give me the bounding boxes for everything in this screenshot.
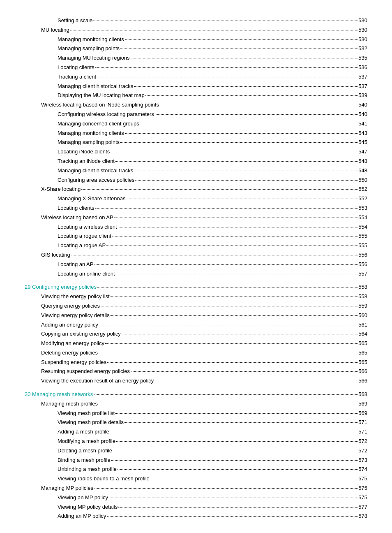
toc-label: Viewing mesh profile list [58, 409, 115, 418]
toc-entry: GIS locating556 [25, 251, 367, 260]
toc-label: Locating iNode clients [58, 148, 110, 156]
toc-page: 566 [358, 367, 367, 376]
toc-entry: Copying an existing energy policy564 [25, 330, 367, 338]
toc-entry: Configuring area access policies550 [25, 176, 367, 185]
toc-entry: Locating an AP556 [25, 260, 367, 269]
toc-page: 535 [358, 54, 367, 63]
toc-entry: Viewing radios bound to a mesh profile57… [25, 475, 367, 483]
toc-label: Tracking a client [58, 73, 96, 81]
toc-label: Locating clients [58, 204, 95, 213]
toc-page: 575 [358, 475, 367, 483]
toc-dots [131, 53, 358, 58]
toc-page: 571 [358, 428, 367, 436]
toc-entry: MU locating530 [25, 26, 367, 35]
toc-page: 565 [358, 339, 367, 348]
toc-dots [125, 417, 357, 423]
toc-entry: Configuring wireless locating parameters… [25, 110, 367, 119]
toc-label: Locating a rogue AP [58, 241, 106, 250]
toc-dots [116, 269, 358, 274]
toc-dots [94, 260, 357, 265]
toc-entry: Adding a mesh profile571 [25, 428, 367, 436]
toc-entry: Locating an online client557 [25, 270, 367, 278]
toc-dots [125, 35, 357, 40]
toc-page: 565 [358, 349, 367, 357]
toc-label: Suspending energy policies [41, 358, 106, 367]
toc-label: Viewing MP policy details [58, 503, 118, 512]
toc-label: Binding a mesh profile [58, 456, 111, 465]
toc-label: Setting a scale [58, 16, 92, 25]
toc-page: 557 [358, 270, 367, 278]
toc-label: Configuring area access policies [58, 176, 134, 185]
toc-label: Displaying the MU locating heat map [58, 91, 145, 100]
toc-label: Managing client historical tracks [58, 167, 133, 175]
toc-entry: Viewing energy policy details560 [25, 311, 367, 320]
toc-label: Locating an online client [58, 270, 115, 278]
toc-dots [81, 184, 357, 190]
toc-dots [131, 366, 357, 372]
toc-page: 564 [358, 330, 367, 338]
toc-page: 530 [358, 26, 367, 35]
toc-dots [97, 282, 357, 287]
toc-entry: Wireless locating based on AP554 [25, 213, 367, 222]
toc-page: 532 [358, 44, 367, 53]
toc-dots [94, 389, 357, 395]
toc-label: Viewing mesh profile details [58, 418, 124, 427]
toc-label: Unbinding a mesh profile [58, 465, 117, 474]
toc-dots [127, 194, 358, 199]
toc-entry: Viewing an MP policy575 [25, 494, 367, 502]
toc-label: GIS locating [41, 251, 70, 260]
toc-dots [150, 474, 358, 479]
toc-label: Tracking an iNode client [58, 157, 115, 166]
toc-entry: Viewing mesh profile list569 [25, 409, 367, 418]
toc-dots [145, 90, 358, 96]
toc-dots [99, 320, 358, 325]
toc-dots [118, 502, 357, 508]
toc-page: 556 [358, 260, 367, 269]
toc-dots [101, 301, 357, 306]
toc-label: Modifying an energy policy [41, 339, 104, 348]
toc-entry: Managing X-Share antennas552 [25, 195, 367, 203]
toc-page: 553 [358, 204, 367, 213]
toc-page: 556 [358, 251, 367, 260]
toc-page: 560 [358, 311, 367, 320]
toc-container: Setting a scale530MU locating530Managing… [25, 16, 367, 521]
toc-label: Viewing radios bound to a mesh profile [58, 475, 150, 483]
toc-page: 540 [358, 101, 367, 109]
toc-page: 547 [358, 148, 367, 156]
toc-page: 574 [358, 465, 367, 474]
toc-page: 540 [358, 110, 367, 119]
toc-dots [106, 241, 357, 246]
toc-dots [118, 464, 357, 470]
toc-label: X-Share locating [41, 185, 81, 194]
toc-label: Locating an AP [58, 260, 93, 269]
toc-label: 29 Configuring energy policies [25, 283, 97, 292]
toc-page: 554 [358, 223, 367, 232]
toc-entry: Locating clients553 [25, 204, 367, 213]
toc-label: Managing MP policies [41, 484, 93, 493]
toc-dots [154, 376, 357, 381]
toc-label: Managing client historical tracks [58, 82, 133, 91]
toc-page: 575 [358, 484, 367, 493]
toc-entry: Adding an energy policy561 [25, 321, 367, 329]
toc-dots [97, 72, 357, 77]
toc-label: Configuring wireless locating parameters [58, 110, 154, 119]
toc-entry: Tracking an iNode client548 [25, 157, 367, 166]
toc-label: Querying energy policies [41, 302, 100, 311]
toc-label: Managing sampling points [58, 138, 120, 147]
toc-entry: Displaying the MU locating heat map539 [25, 91, 367, 100]
toc-entry: Managing mesh profiles569 [25, 400, 367, 408]
toc-label: Resuming suspended energy policies [41, 367, 130, 376]
toc-dots [115, 408, 357, 414]
toc-dots [134, 166, 357, 171]
toc-entry: Deleting energy policies565 [25, 349, 367, 357]
toc-page: 552 [358, 185, 367, 194]
toc-page: 577 [358, 503, 367, 512]
toc-page: 541 [358, 120, 367, 128]
toc-label: Adding an energy policy [41, 321, 98, 329]
toc-dots [111, 147, 357, 152]
toc-dots [115, 156, 357, 162]
toc-label: Deleting a mesh profile [58, 447, 112, 455]
toc-page: 550 [358, 176, 367, 185]
toc-dots [118, 222, 358, 227]
toc-dots [107, 511, 357, 517]
